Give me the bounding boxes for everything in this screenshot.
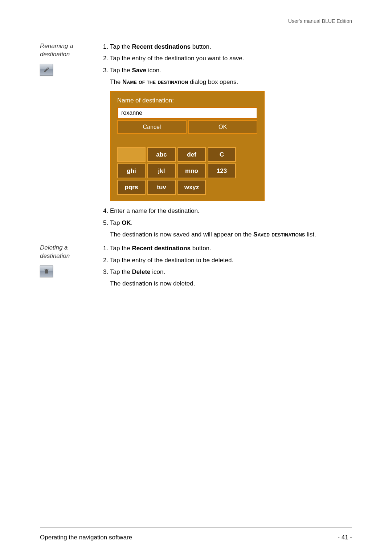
step-rename-3: Tap the Save icon. bbox=[110, 66, 352, 75]
dialog-title: Name of destination: bbox=[117, 97, 257, 104]
footer-left: Operating the navigation software bbox=[40, 534, 132, 541]
pencil-icon-button[interactable] bbox=[40, 64, 53, 76]
margin-label-delete: Deleting a destination bbox=[40, 244, 100, 260]
step5-subtext: The destination is now saved and will ap… bbox=[110, 230, 352, 239]
trash-icon-button[interactable] bbox=[40, 266, 53, 277]
key-wxyz[interactable]: wxyz bbox=[177, 180, 206, 195]
destination-name-input[interactable] bbox=[117, 107, 257, 119]
ok-button[interactable]: OK bbox=[188, 120, 257, 134]
pencil-icon bbox=[43, 66, 50, 73]
step-delete-3: Tap the Delete icon. bbox=[110, 267, 352, 277]
step-delete-1: Tap the Recent destinations button. bbox=[110, 244, 352, 253]
cancel-button[interactable]: Cancel bbox=[117, 120, 187, 134]
margin-label-rename: Renaming a destination bbox=[40, 42, 100, 59]
step-rename-2: Tap the entry of the destination you wan… bbox=[110, 54, 352, 63]
footer-divider bbox=[40, 527, 352, 527]
margin-label-line1: Renaming a bbox=[40, 42, 73, 49]
key-123[interactable]: 123 bbox=[208, 163, 236, 178]
step-rename-5: Tap OK. bbox=[110, 218, 352, 228]
step3-subtext: The Name of the destination dialog box o… bbox=[110, 77, 352, 87]
keypad: __ abc def C ghi jkl mno 123 pqrs tuv bbox=[117, 147, 257, 195]
margin-label-del-line1: Deleting a bbox=[40, 244, 68, 251]
key-pqrs[interactable]: pqrs bbox=[117, 180, 146, 195]
key-def[interactable]: def bbox=[177, 147, 206, 162]
step-delete-2: Tap the entry of the destination to be d… bbox=[110, 256, 352, 265]
header-right: User's manual BLUE Edition bbox=[40, 18, 352, 24]
footer-page-number: - 41 - bbox=[338, 534, 352, 541]
key-ghi[interactable]: ghi bbox=[117, 163, 146, 178]
key-jkl[interactable]: jkl bbox=[147, 163, 176, 178]
key-clear[interactable]: C bbox=[208, 147, 236, 162]
trash-icon bbox=[43, 268, 50, 275]
key-tuv[interactable]: tuv bbox=[147, 180, 176, 195]
delete-subtext: The destination is now deleted. bbox=[110, 279, 352, 288]
margin-label-del-line2: destination bbox=[40, 252, 70, 259]
key-abc[interactable]: abc bbox=[147, 147, 176, 162]
step-rename-1: Tap the Recent destinations button. bbox=[110, 42, 352, 52]
key-underscore[interactable]: __ bbox=[117, 147, 146, 162]
key-mno[interactable]: mno bbox=[177, 163, 206, 178]
dialog-screenshot: Name of destination: Cancel OK __ abc de… bbox=[110, 91, 265, 201]
step-rename-4: Enter a name for the destination. bbox=[110, 206, 352, 216]
margin-label-line2: destination bbox=[40, 51, 70, 58]
